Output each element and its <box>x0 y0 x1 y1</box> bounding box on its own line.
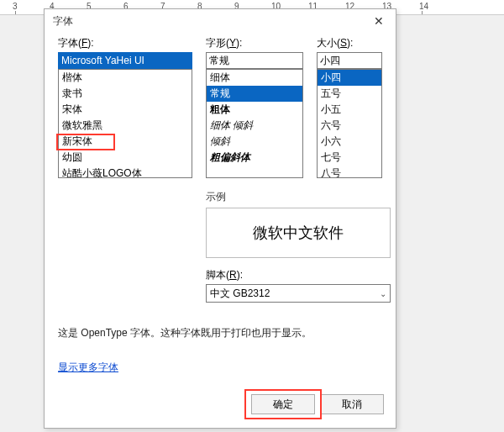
font-list-item[interactable]: 站酷小薇LOGO体 <box>59 166 192 178</box>
sample-group: 示例 微软中文软件 <box>206 190 391 258</box>
close-button[interactable]: ✕ <box>365 12 392 30</box>
size-label: 大小(S): <box>317 36 382 50</box>
size-list-item[interactable]: 小六 <box>318 134 381 150</box>
dialog-body: 字体(F): 楷体隶书宋体微软雅黑新宋体幼圆站酷小薇LOGO体 字形(Y): 细… <box>45 33 396 383</box>
size-list-item[interactable]: 小五 <box>318 102 381 118</box>
size-list-item[interactable]: 七号 <box>318 150 381 166</box>
style-list[interactable]: 细体常规粗体细体 倾斜倾斜粗偏斜体 <box>206 69 303 178</box>
font-input[interactable] <box>58 52 192 69</box>
font-list-item[interactable]: 新宋体 <box>59 134 192 150</box>
style-label: 字形(Y): <box>206 36 303 50</box>
size-list-item[interactable]: 八号 <box>318 166 381 178</box>
more-fonts-link[interactable]: 显示更多字体 <box>58 361 118 375</box>
style-list-item[interactable]: 细体 <box>207 70 302 86</box>
close-icon: ✕ <box>374 14 384 28</box>
size-input[interactable] <box>317 52 382 69</box>
font-list-item[interactable]: 隶书 <box>59 86 192 102</box>
script-combo[interactable]: 中文 GB2312 ⌄ <box>206 284 391 303</box>
font-column: 字体(F): 楷体隶书宋体微软雅黑新宋体幼圆站酷小薇LOGO体 <box>58 36 192 178</box>
font-list-item[interactable]: 宋体 <box>59 102 192 118</box>
style-list-item[interactable]: 粗偏斜体 <box>207 150 302 166</box>
style-list-item[interactable]: 常规 <box>207 86 302 102</box>
script-row: 脚本(R): 中文 GB2312 ⌄ <box>206 268 382 303</box>
font-list[interactable]: 楷体隶书宋体微软雅黑新宋体幼圆站酷小薇LOGO体 <box>58 69 192 178</box>
style-list-item[interactable]: 粗体 <box>207 102 302 118</box>
style-input[interactable] <box>206 52 303 69</box>
ok-button[interactable]: 确定 <box>251 394 315 414</box>
font-list-item[interactable]: 幼圆 <box>59 150 192 166</box>
sample-text: 微软中文软件 <box>253 223 344 243</box>
script-value: 中文 GB2312 <box>210 287 270 301</box>
chevron-down-icon: ⌄ <box>380 289 386 298</box>
dialog-title: 字体 <box>53 14 365 29</box>
font-list-item[interactable]: 微软雅黑 <box>59 118 192 134</box>
button-row: 确定 取消 <box>251 394 384 414</box>
size-list-item[interactable]: 小四 <box>318 70 381 86</box>
font-list-item[interactable]: 楷体 <box>59 70 192 86</box>
titlebar: 字体 ✕ <box>45 9 396 33</box>
sample-box: 微软中文软件 <box>206 208 391 258</box>
font-dialog: 字体 ✕ 字体(F): 楷体隶书宋体微软雅黑新宋体幼圆站酷小薇LOGO体 字形(… <box>44 8 396 429</box>
style-list-item[interactable]: 细体 倾斜 <box>207 118 302 134</box>
style-column: 字形(Y): 细体常规粗体细体 倾斜倾斜粗偏斜体 <box>206 36 303 178</box>
size-list[interactable]: 小四五号小五六号小六七号八号 <box>317 69 382 178</box>
script-label: 脚本(R): <box>206 268 382 282</box>
selectors-row: 字体(F): 楷体隶书宋体微软雅黑新宋体幼圆站酷小薇LOGO体 字形(Y): 细… <box>58 36 382 178</box>
font-label: 字体(F): <box>58 36 192 50</box>
size-column: 大小(S): 小四五号小五六号小六七号八号 <box>317 36 382 178</box>
size-list-item[interactable]: 五号 <box>318 86 381 102</box>
info-text: 这是 OpenType 字体。这种字体既用于打印也用于显示。 <box>58 326 382 340</box>
size-list-item[interactable]: 六号 <box>318 118 381 134</box>
cancel-button[interactable]: 取消 <box>320 394 384 414</box>
sample-label: 示例 <box>206 190 391 204</box>
style-list-item[interactable]: 倾斜 <box>207 134 302 150</box>
